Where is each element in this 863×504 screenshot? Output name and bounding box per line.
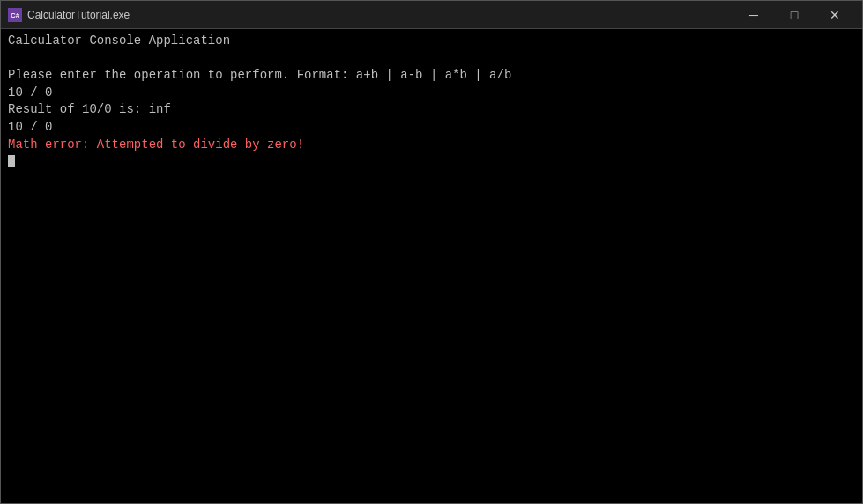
app-icon: C# (8, 8, 22, 22)
title-bar-left: C# CalculatorTutorial.exe (8, 8, 130, 22)
console-line-2 (8, 50, 855, 68)
console-line-4: 10 / 0 (8, 85, 855, 102)
title-bar: C# CalculatorTutorial.exe ─ □ ✕ (1, 1, 862, 29)
console-cursor-line (8, 153, 855, 171)
console-line-6: 10 / 0 (8, 119, 855, 137)
window-title: CalculatorTutorial.exe (27, 9, 130, 21)
cursor-block (8, 155, 15, 167)
maximize-button[interactable]: □ (774, 1, 815, 29)
minimize-button[interactable]: ─ (733, 1, 774, 29)
title-bar-controls: ─ □ ✕ (733, 1, 855, 29)
console-line-1: Calculator Console Application (8, 33, 855, 50)
close-button[interactable]: ✕ (815, 1, 855, 29)
console-line-5: Result of 10/0 is: inf (8, 101, 855, 119)
console-line-3: Please enter the operation to perform. F… (8, 67, 855, 85)
console-line-7: Math error: Attempted to divide by zero! (8, 137, 855, 154)
svg-text:C#: C# (11, 11, 20, 19)
console-output[interactable]: Calculator Console Application Please en… (1, 29, 862, 503)
app-window: C# CalculatorTutorial.exe ─ □ ✕ Calculat… (0, 0, 863, 504)
